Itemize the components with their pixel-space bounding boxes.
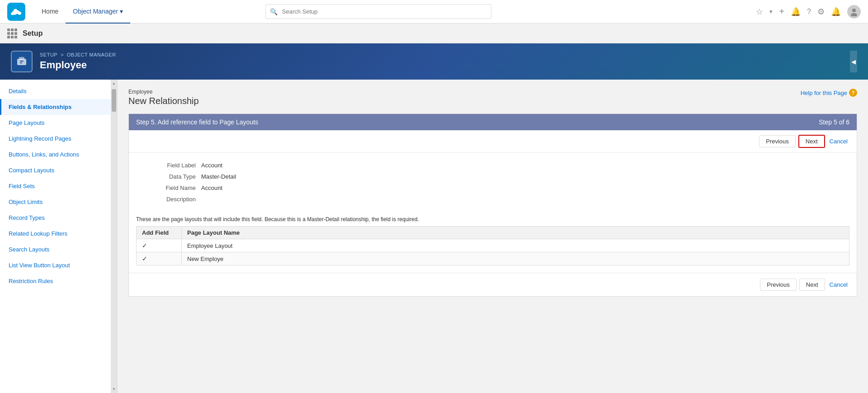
app-title: Setup: [23, 29, 42, 38]
svg-point-4: [11, 12, 14, 15]
grid-icon[interactable]: [7, 28, 17, 38]
search-icon: 🔍: [270, 8, 278, 15]
checkmark-icon: ✓: [142, 242, 147, 249]
salesforce-logo[interactable]: [7, 3, 25, 21]
svg-point-3: [14, 9, 18, 12]
avatar[interactable]: [847, 5, 861, 19]
sidebar-item-lightning-record-pages[interactable]: Lightning Record Pages: [0, 131, 111, 147]
top-cancel-button[interactable]: Cancel: [828, 136, 849, 147]
sidebar-item-field-sets[interactable]: Field Sets: [0, 178, 111, 194]
col-add-field: Add Field: [137, 227, 182, 239]
top-previous-button[interactable]: Previous: [759, 135, 796, 147]
main-area: ▲ ▼ Details Fields & Relationships Page …: [0, 80, 868, 393]
step-section: Step 5. Add reference field to Page Layo…: [128, 114, 857, 297]
gear-icon[interactable]: ⚙: [817, 7, 825, 17]
row1-layout-name: Employee Layout: [182, 239, 849, 252]
top-navigation: Home Object Manager ▾ 🔍 ☆ ▾ + 🔔 ? ⚙ 🔔: [0, 0, 868, 24]
scroll-thumb: [112, 89, 116, 112]
object-icon: [11, 51, 33, 72]
sidebar-item-list-view-button-layout[interactable]: List View Button Layout: [0, 257, 111, 273]
svg-rect-10: [20, 62, 22, 63]
breadcrumb-setup[interactable]: SETUP: [40, 52, 57, 57]
content-sub-title: Employee: [128, 89, 199, 95]
note-text: These are the page layouts that will inc…: [129, 216, 857, 226]
svg-rect-9: [20, 61, 24, 62]
content-main-title: New Relationship: [128, 96, 199, 106]
nav-home[interactable]: Home: [34, 0, 66, 24]
bottom-cancel-button[interactable]: Cancel: [828, 279, 849, 290]
field-label-row: Field Label Account: [147, 162, 839, 169]
top-button-row: Previous Next Cancel: [129, 130, 857, 153]
help-icon[interactable]: ?: [807, 8, 811, 16]
description-row: Description: [147, 196, 839, 203]
dropdown-icon[interactable]: ▾: [769, 8, 773, 15]
svg-point-5: [852, 9, 856, 12]
sidebar-item-details[interactable]: Details: [0, 83, 111, 99]
page-title: Employee: [40, 59, 116, 71]
sidebar-item-object-limits[interactable]: Object Limits: [0, 194, 111, 210]
table-row: ✓ Employee Layout: [137, 239, 849, 252]
sidebar-item-buttons-links-actions[interactable]: Buttons, Links, and Actions: [0, 147, 111, 162]
svg-point-2: [18, 12, 21, 15]
sidebar-item-search-layouts[interactable]: Search Layouts: [0, 241, 111, 257]
breadcrumb: SETUP > OBJECT MANAGER: [40, 52, 116, 57]
content-area: Employee New Relationship Help for this …: [118, 80, 868, 393]
field-name-row: Field Name Account: [147, 185, 839, 191]
svg-rect-7: [17, 59, 26, 65]
nav-object-manager[interactable]: Object Manager ▾: [66, 0, 130, 24]
col-layout-name: Page Layout Name: [182, 227, 849, 239]
sidebar-item-fields-relationships[interactable]: Fields & Relationships: [0, 99, 111, 115]
row2-add-field: ✓: [137, 252, 182, 265]
second-navigation: Setup: [0, 24, 868, 43]
search-input[interactable]: [265, 4, 491, 19]
step-header: Step 5. Add reference field to Page Layo…: [129, 114, 857, 130]
bottom-button-row: Previous Next Cancel: [129, 273, 857, 296]
svg-rect-8: [19, 57, 24, 60]
sidebar-item-record-types[interactable]: Record Types: [0, 210, 111, 226]
sidebar-scrollbar: ▲ ▼: [111, 80, 117, 393]
bottom-previous-button[interactable]: Previous: [760, 279, 797, 291]
top-nav-right: ☆ ▾ + 🔔 ? ⚙ 🔔: [756, 5, 861, 19]
content-header: Employee New Relationship Help for this …: [128, 89, 857, 106]
table-container: Add Field Page Layout Name ✓ Employee La…: [129, 226, 857, 273]
breadcrumb-object-manager[interactable]: OBJECT MANAGER: [67, 52, 116, 57]
sidebar-item-related-lookup-filters[interactable]: Related Lookup Filters: [0, 226, 111, 241]
sidebar-item-compact-layouts[interactable]: Compact Layouts: [0, 162, 111, 178]
add-icon[interactable]: +: [779, 6, 784, 17]
table-header-row: Add Field Page Layout Name: [137, 227, 849, 239]
search-container: 🔍: [265, 4, 491, 19]
bottom-next-button[interactable]: Next: [799, 279, 825, 291]
bell-icon[interactable]: 🔔: [791, 7, 801, 17]
help-link[interactable]: Help for this Page ?: [801, 89, 857, 97]
row2-layout-name: New Employe: [182, 252, 849, 265]
table-row: ✓ New Employe: [137, 252, 849, 265]
layouts-table: Add Field Page Layout Name ✓ Employee La…: [136, 226, 849, 265]
sidebar-item-restriction-rules[interactable]: Restriction Rules: [0, 273, 111, 289]
collapse-button[interactable]: ◀: [850, 51, 857, 72]
field-info: Field Label Account Data Type Master-Det…: [129, 153, 857, 216]
scroll-up-btn[interactable]: ▲: [112, 80, 116, 87]
svg-point-6: [851, 13, 857, 16]
sidebar: ▲ ▼ Details Fields & Relationships Page …: [0, 80, 118, 393]
data-type-row: Data Type Master-Detail: [147, 173, 839, 180]
top-next-button[interactable]: Next: [798, 135, 825, 148]
notification-icon[interactable]: 🔔: [831, 7, 841, 17]
row1-add-field: ✓: [137, 239, 182, 252]
checkmark-icon: ✓: [142, 255, 147, 262]
sidebar-scroll-container: Details Fields & Relationships Page Layo…: [0, 83, 117, 289]
help-question-icon: ?: [849, 89, 857, 97]
sidebar-item-page-layouts[interactable]: Page Layouts: [0, 115, 111, 131]
header-banner: SETUP > OBJECT MANAGER Employee ◀: [0, 43, 868, 80]
chevron-down-icon: ▾: [120, 8, 123, 15]
star-icon[interactable]: ☆: [756, 7, 763, 17]
scroll-down-btn[interactable]: ▼: [112, 385, 116, 393]
main-nav-links: Home Object Manager ▾: [34, 0, 130, 24]
